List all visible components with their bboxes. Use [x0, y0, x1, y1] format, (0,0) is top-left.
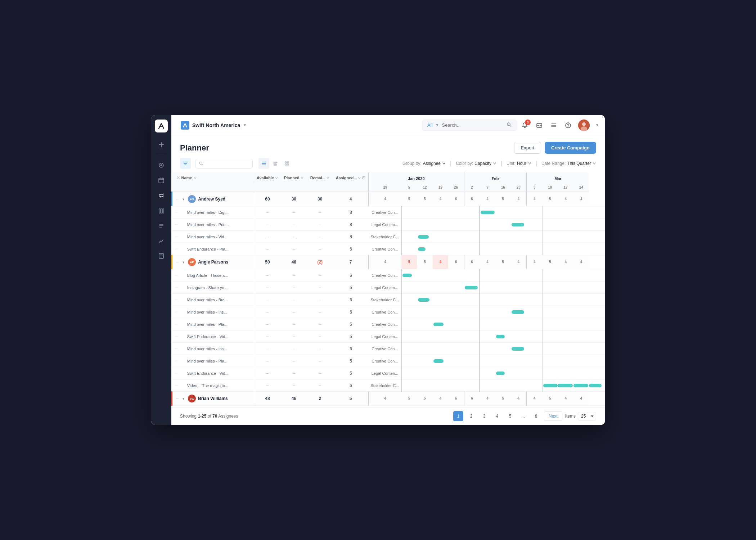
items-per-page-select[interactable]: 25 50 100 [578, 412, 596, 420]
row-more-btn[interactable]: ··· [175, 197, 179, 201]
pagination: Showing 1-25 of 70 Assignees 1 2 3 4 5 .… [171, 407, 605, 425]
create-campaign-button[interactable]: Create Campaign [545, 142, 596, 154]
gantt-bar-cell [558, 206, 573, 219]
avatar-chevron-icon: ▼ [595, 123, 599, 127]
task-more-btn[interactable]: ··· [175, 222, 178, 226]
task-more-btn[interactable]: ··· [175, 235, 178, 239]
date-range-value: This Quarter [567, 161, 591, 166]
gantt-bar-cell [401, 367, 417, 379]
unit-option[interactable]: Unit: Hour [507, 161, 531, 166]
page-btn-5[interactable]: 5 [505, 411, 515, 421]
task-more-btn[interactable]: ··· [175, 298, 178, 302]
gantt-bar [418, 298, 430, 302]
gantt-bar-cell [589, 294, 605, 306]
task-num-cell: – [254, 330, 281, 343]
capacity-gantt-cell: 4 [511, 255, 526, 269]
task-num-cell: – [281, 206, 307, 219]
gantt-view-btn[interactable] [270, 158, 281, 169]
task-more-btn[interactable]: ··· [175, 247, 178, 251]
gantt-bar-cell [558, 231, 573, 243]
search-type-dropdown[interactable]: All [427, 122, 432, 128]
color-by-option[interactable]: Color by: Capacity [456, 161, 496, 166]
date-12: 12 [417, 183, 432, 192]
collapse-btn[interactable]: ▾ [181, 396, 186, 401]
page-next-btn[interactable]: Next [544, 411, 562, 421]
list-view-btn[interactable] [258, 158, 269, 169]
name-filter-input[interactable] [206, 161, 249, 166]
date-range-option[interactable]: Date Range: This Quarter [541, 161, 596, 166]
page-btn-2[interactable]: 2 [466, 411, 476, 421]
sidebar-doc-icon[interactable] [155, 249, 168, 262]
gantt-bar-cell [480, 379, 495, 392]
task-more-btn[interactable]: ··· [175, 359, 178, 363]
collapse-btn[interactable]: ▾ [181, 260, 186, 265]
gantt-bar-cell [433, 379, 448, 392]
task-more-btn[interactable]: ··· [175, 285, 178, 289]
name-search-filter[interactable] [195, 159, 253, 168]
task-more-btn[interactable]: ··· [175, 210, 178, 214]
inbox-icon[interactable] [535, 121, 544, 130]
task-num-cell: – [281, 355, 307, 367]
task-name-cell: ···Mind over miles - Ins... [172, 343, 254, 355]
task-planned-cell: 8 [333, 231, 369, 243]
task-more-btn[interactable]: ··· [175, 273, 178, 277]
items-label: Items [565, 414, 576, 419]
gantt-bar [418, 235, 429, 239]
search-magnify-icon[interactable] [507, 122, 512, 129]
task-num-cell: – [307, 379, 333, 392]
collapse-btn[interactable]: ▾ [181, 197, 186, 202]
task-assigned-type-cell: Creative Con... [369, 306, 401, 318]
gantt-bar-cell [573, 355, 589, 367]
gantt-bar-cell [558, 294, 573, 306]
gantt-bar-cell [401, 379, 417, 392]
date-10: 10 [542, 183, 558, 192]
filter-button[interactable] [180, 158, 191, 169]
task-more-btn[interactable]: ··· [175, 347, 178, 351]
capacity-gantt-cell: 4 [527, 255, 542, 269]
gantt-bar-cell [558, 219, 573, 231]
search-bar[interactable]: All ▼ [423, 120, 516, 131]
app-logo[interactable] [155, 120, 168, 132]
sidebar-list-icon[interactable] [155, 219, 168, 232]
color-by-value: Capacity [474, 161, 491, 166]
gantt-bar-cell [401, 318, 417, 330]
group-by-option[interactable]: Group by: Assignee [402, 161, 446, 166]
page-btn-1[interactable]: 1 [453, 411, 463, 421]
export-button[interactable]: Export [514, 142, 541, 154]
task-name-cell: ···Video - "The magic to... [172, 379, 254, 392]
workspace-selector[interactable]: Swift North America ▼ [177, 119, 250, 132]
available-cell: 50 [254, 255, 281, 269]
sidebar-megaphone-icon[interactable] [155, 189, 168, 202]
capacity-gantt-cell: 4 [511, 392, 526, 406]
row-more-btn[interactable]: ··· [175, 396, 179, 401]
sidebar-calendar-icon[interactable] [155, 174, 168, 187]
sidebar-chart-icon[interactable] [155, 234, 168, 247]
notifications-icon[interactable]: 3 [521, 121, 529, 130]
page-btn-8[interactable]: 8 [531, 411, 541, 421]
sidebar-add-icon[interactable] [155, 138, 168, 151]
gantt-bar-cell [589, 379, 605, 392]
gantt-bar-cell [401, 294, 417, 306]
sidebar-home-icon[interactable] [155, 159, 168, 172]
search-input[interactable] [442, 122, 504, 128]
gantt-bar-cell [511, 269, 526, 282]
page-btn-4[interactable]: 4 [492, 411, 502, 421]
sidebar-library-icon[interactable] [155, 204, 168, 217]
task-row: ···Mind over miles - Digi...–––8Creative… [172, 206, 605, 219]
task-assigned-type-cell: Legal Conten... [369, 219, 401, 231]
page-btn-3[interactable]: 3 [479, 411, 489, 421]
grid-view-btn[interactable] [282, 158, 292, 169]
user-avatar[interactable] [578, 120, 590, 131]
task-more-btn[interactable]: ··· [175, 322, 178, 326]
task-more-btn[interactable]: ··· [175, 383, 178, 387]
menu-icon[interactable] [549, 121, 558, 130]
task-assigned-type-cell: Legal Conten... [369, 282, 401, 294]
task-more-btn[interactable]: ··· [175, 371, 178, 375]
row-more-btn[interactable]: ··· [175, 260, 179, 264]
gantt-bar [496, 372, 505, 375]
gantt-bar-cell [480, 231, 495, 243]
gantt-bar-cell [480, 355, 495, 367]
task-more-btn[interactable]: ··· [175, 334, 178, 338]
task-more-btn[interactable]: ··· [175, 310, 178, 314]
help-icon[interactable] [564, 121, 572, 130]
